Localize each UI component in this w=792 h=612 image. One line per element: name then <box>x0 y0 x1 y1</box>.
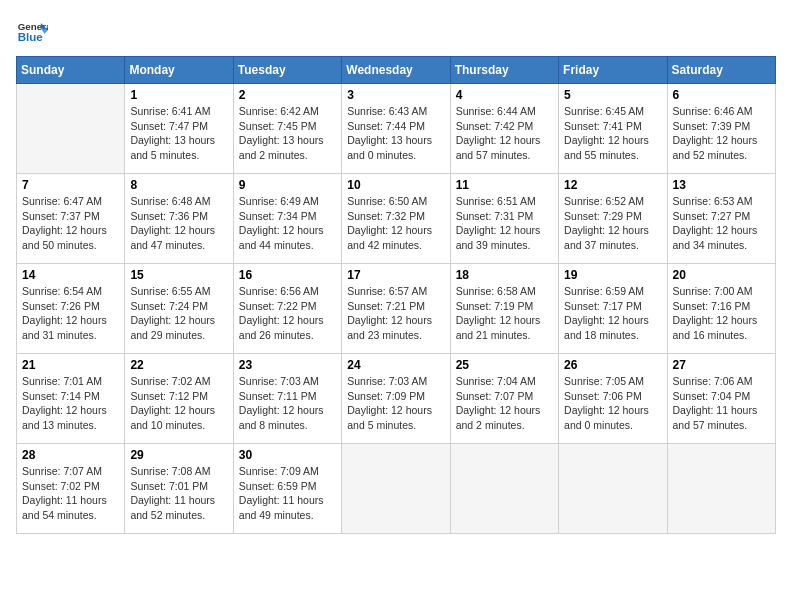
calendar-cell: 24Sunrise: 7:03 AMSunset: 7:09 PMDayligh… <box>342 354 450 444</box>
calendar-cell: 23Sunrise: 7:03 AMSunset: 7:11 PMDayligh… <box>233 354 341 444</box>
day-info: Sunrise: 6:54 AMSunset: 7:26 PMDaylight:… <box>22 284 119 343</box>
day-number: 29 <box>130 448 227 462</box>
calendar-week-row: 1Sunrise: 6:41 AMSunset: 7:47 PMDaylight… <box>17 84 776 174</box>
calendar-cell: 16Sunrise: 6:56 AMSunset: 7:22 PMDayligh… <box>233 264 341 354</box>
day-number: 23 <box>239 358 336 372</box>
day-info: Sunrise: 7:08 AMSunset: 7:01 PMDaylight:… <box>130 464 227 523</box>
day-number: 28 <box>22 448 119 462</box>
calendar-cell <box>17 84 125 174</box>
day-info: Sunrise: 6:49 AMSunset: 7:34 PMDaylight:… <box>239 194 336 253</box>
calendar-table: SundayMondayTuesdayWednesdayThursdayFrid… <box>16 56 776 534</box>
day-number: 3 <box>347 88 444 102</box>
column-header-friday: Friday <box>559 57 667 84</box>
day-number: 14 <box>22 268 119 282</box>
calendar-cell: 8Sunrise: 6:48 AMSunset: 7:36 PMDaylight… <box>125 174 233 264</box>
calendar-cell: 25Sunrise: 7:04 AMSunset: 7:07 PMDayligh… <box>450 354 558 444</box>
calendar-cell <box>667 444 775 534</box>
page-header: General Blue <box>16 16 776 48</box>
day-number: 27 <box>673 358 770 372</box>
calendar-cell: 30Sunrise: 7:09 AMSunset: 6:59 PMDayligh… <box>233 444 341 534</box>
calendar-cell: 3Sunrise: 6:43 AMSunset: 7:44 PMDaylight… <box>342 84 450 174</box>
day-number: 7 <box>22 178 119 192</box>
day-info: Sunrise: 6:41 AMSunset: 7:47 PMDaylight:… <box>130 104 227 163</box>
day-number: 4 <box>456 88 553 102</box>
day-info: Sunrise: 6:42 AMSunset: 7:45 PMDaylight:… <box>239 104 336 163</box>
calendar-cell: 14Sunrise: 6:54 AMSunset: 7:26 PMDayligh… <box>17 264 125 354</box>
day-info: Sunrise: 6:48 AMSunset: 7:36 PMDaylight:… <box>130 194 227 253</box>
logo: General Blue <box>16 16 48 48</box>
column-header-saturday: Saturday <box>667 57 775 84</box>
calendar-cell: 21Sunrise: 7:01 AMSunset: 7:14 PMDayligh… <box>17 354 125 444</box>
day-info: Sunrise: 7:02 AMSunset: 7:12 PMDaylight:… <box>130 374 227 433</box>
column-header-sunday: Sunday <box>17 57 125 84</box>
day-number: 21 <box>22 358 119 372</box>
day-info: Sunrise: 6:47 AMSunset: 7:37 PMDaylight:… <box>22 194 119 253</box>
day-number: 11 <box>456 178 553 192</box>
svg-text:Blue: Blue <box>18 31 44 43</box>
day-number: 16 <box>239 268 336 282</box>
calendar-cell: 22Sunrise: 7:02 AMSunset: 7:12 PMDayligh… <box>125 354 233 444</box>
day-number: 30 <box>239 448 336 462</box>
day-number: 19 <box>564 268 661 282</box>
day-number: 12 <box>564 178 661 192</box>
day-info: Sunrise: 7:03 AMSunset: 7:09 PMDaylight:… <box>347 374 444 433</box>
day-info: Sunrise: 7:07 AMSunset: 7:02 PMDaylight:… <box>22 464 119 523</box>
day-info: Sunrise: 6:58 AMSunset: 7:19 PMDaylight:… <box>456 284 553 343</box>
day-info: Sunrise: 6:56 AMSunset: 7:22 PMDaylight:… <box>239 284 336 343</box>
calendar-cell: 13Sunrise: 6:53 AMSunset: 7:27 PMDayligh… <box>667 174 775 264</box>
day-info: Sunrise: 7:05 AMSunset: 7:06 PMDaylight:… <box>564 374 661 433</box>
calendar-cell <box>559 444 667 534</box>
calendar-cell: 19Sunrise: 6:59 AMSunset: 7:17 PMDayligh… <box>559 264 667 354</box>
day-number: 10 <box>347 178 444 192</box>
calendar-cell: 1Sunrise: 6:41 AMSunset: 7:47 PMDaylight… <box>125 84 233 174</box>
day-number: 5 <box>564 88 661 102</box>
day-number: 8 <box>130 178 227 192</box>
calendar-cell: 15Sunrise: 6:55 AMSunset: 7:24 PMDayligh… <box>125 264 233 354</box>
day-number: 17 <box>347 268 444 282</box>
day-info: Sunrise: 6:43 AMSunset: 7:44 PMDaylight:… <box>347 104 444 163</box>
day-info: Sunrise: 6:46 AMSunset: 7:39 PMDaylight:… <box>673 104 770 163</box>
column-header-thursday: Thursday <box>450 57 558 84</box>
day-info: Sunrise: 7:06 AMSunset: 7:04 PMDaylight:… <box>673 374 770 433</box>
day-info: Sunrise: 6:44 AMSunset: 7:42 PMDaylight:… <box>456 104 553 163</box>
day-number: 15 <box>130 268 227 282</box>
calendar-cell: 26Sunrise: 7:05 AMSunset: 7:06 PMDayligh… <box>559 354 667 444</box>
day-number: 25 <box>456 358 553 372</box>
day-number: 13 <box>673 178 770 192</box>
calendar-week-row: 28Sunrise: 7:07 AMSunset: 7:02 PMDayligh… <box>17 444 776 534</box>
day-info: Sunrise: 7:00 AMSunset: 7:16 PMDaylight:… <box>673 284 770 343</box>
calendar-header-row: SundayMondayTuesdayWednesdayThursdayFrid… <box>17 57 776 84</box>
day-info: Sunrise: 6:51 AMSunset: 7:31 PMDaylight:… <box>456 194 553 253</box>
calendar-week-row: 21Sunrise: 7:01 AMSunset: 7:14 PMDayligh… <box>17 354 776 444</box>
day-number: 20 <box>673 268 770 282</box>
calendar-cell: 4Sunrise: 6:44 AMSunset: 7:42 PMDaylight… <box>450 84 558 174</box>
calendar-cell: 10Sunrise: 6:50 AMSunset: 7:32 PMDayligh… <box>342 174 450 264</box>
day-number: 18 <box>456 268 553 282</box>
calendar-cell: 20Sunrise: 7:00 AMSunset: 7:16 PMDayligh… <box>667 264 775 354</box>
day-number: 2 <box>239 88 336 102</box>
day-info: Sunrise: 6:52 AMSunset: 7:29 PMDaylight:… <box>564 194 661 253</box>
calendar-cell: 5Sunrise: 6:45 AMSunset: 7:41 PMDaylight… <box>559 84 667 174</box>
day-info: Sunrise: 6:55 AMSunset: 7:24 PMDaylight:… <box>130 284 227 343</box>
calendar-cell: 9Sunrise: 6:49 AMSunset: 7:34 PMDaylight… <box>233 174 341 264</box>
calendar-cell <box>342 444 450 534</box>
day-info: Sunrise: 6:59 AMSunset: 7:17 PMDaylight:… <box>564 284 661 343</box>
calendar-cell: 18Sunrise: 6:58 AMSunset: 7:19 PMDayligh… <box>450 264 558 354</box>
calendar-cell: 2Sunrise: 6:42 AMSunset: 7:45 PMDaylight… <box>233 84 341 174</box>
calendar-cell <box>450 444 558 534</box>
calendar-cell: 29Sunrise: 7:08 AMSunset: 7:01 PMDayligh… <box>125 444 233 534</box>
calendar-cell: 17Sunrise: 6:57 AMSunset: 7:21 PMDayligh… <box>342 264 450 354</box>
column-header-tuesday: Tuesday <box>233 57 341 84</box>
day-info: Sunrise: 6:50 AMSunset: 7:32 PMDaylight:… <box>347 194 444 253</box>
calendar-cell: 28Sunrise: 7:07 AMSunset: 7:02 PMDayligh… <box>17 444 125 534</box>
day-number: 26 <box>564 358 661 372</box>
calendar-week-row: 14Sunrise: 6:54 AMSunset: 7:26 PMDayligh… <box>17 264 776 354</box>
column-header-wednesday: Wednesday <box>342 57 450 84</box>
column-header-monday: Monday <box>125 57 233 84</box>
calendar-cell: 27Sunrise: 7:06 AMSunset: 7:04 PMDayligh… <box>667 354 775 444</box>
day-number: 9 <box>239 178 336 192</box>
calendar-week-row: 7Sunrise: 6:47 AMSunset: 7:37 PMDaylight… <box>17 174 776 264</box>
day-info: Sunrise: 6:45 AMSunset: 7:41 PMDaylight:… <box>564 104 661 163</box>
day-number: 1 <box>130 88 227 102</box>
day-info: Sunrise: 7:03 AMSunset: 7:11 PMDaylight:… <box>239 374 336 433</box>
